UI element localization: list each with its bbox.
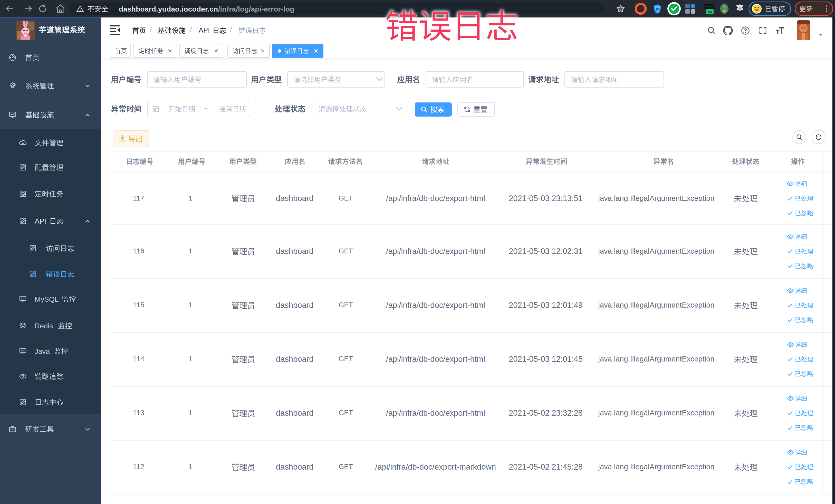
svg-text:on: on <box>708 10 712 14</box>
